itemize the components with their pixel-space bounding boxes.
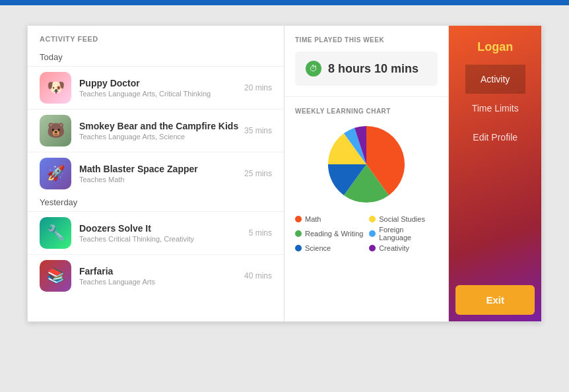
feed-app-name: Math Blaster Space Zapper: [79, 164, 239, 174]
legend-label: Foreign Language: [379, 226, 438, 242]
legend-dot: [295, 230, 302, 237]
exit-button[interactable]: Exit: [455, 285, 535, 315]
app-icon: 🔧: [40, 217, 71, 249]
feed-app-desc: Teaches Critical Thinking, Creativity: [79, 235, 244, 243]
legend-label: Social Studies: [379, 215, 425, 223]
activity-feed-title: ACTIVITY FEED: [28, 26, 284, 49]
feed-app-desc: Teaches Math: [79, 176, 239, 183]
feed-app-name: Smokey Bear and the Campfire Kids: [79, 121, 239, 131]
legend-dot: [295, 245, 302, 251]
legend-item-reading-&-writing: Reading & Writing: [295, 226, 364, 242]
feed-info: Doozers Solve It Teaches Critical Thinki…: [79, 223, 244, 243]
nav-items: ActivityTime LimitsEdit Profile: [465, 65, 525, 152]
feed-app-name: Farfaria: [79, 266, 239, 277]
feed-item[interactable]: 🐻 Smokey Bear and the Campfire Kids Teac…: [28, 109, 284, 152]
chart-title: WEEKLY LEARNING CHART: [295, 108, 438, 115]
activity-feed: ACTIVITY FEED Today 🐶 Puppy Doctor Teach…: [28, 26, 284, 321]
feed-time: 40 mins: [244, 271, 272, 280]
legend-label: Science: [305, 244, 331, 252]
feed-app-desc: Teaches Language Arts, Science: [79, 133, 239, 141]
nav-user-name: Logan: [477, 26, 513, 65]
feed-info: Smokey Bear and the Campfire Kids Teache…: [79, 121, 239, 141]
app-icon: 🐶: [40, 72, 71, 104]
feed-info: Math Blaster Space Zapper Teaches Math: [79, 164, 239, 183]
app-icon: 🚀: [40, 158, 71, 189]
time-played-title: TIME PLAYED THIS WEEK: [295, 36, 438, 44]
nav-item-activity[interactable]: Activity: [465, 65, 525, 94]
app-icon: 📚: [40, 260, 71, 292]
feed-time: 20 mins: [244, 83, 272, 92]
main-panel: ACTIVITY FEED Today 🐶 Puppy Doctor Teach…: [27, 25, 542, 322]
feed-app-desc: Teaches Language Arts, Critical Thinking: [79, 90, 239, 98]
feed-content: Today 🐶 Puppy Doctor Teaches Language Ar…: [28, 49, 284, 297]
legend-label: Math: [305, 215, 321, 223]
legend-item-social-studies: Social Studies: [369, 215, 438, 223]
feed-time: 5 mins: [249, 228, 272, 238]
feed-time: 25 mins: [244, 169, 272, 178]
pie-container: [295, 121, 438, 207]
legend-label: Reading & Writing: [305, 230, 363, 238]
legend-label: Creativity: [379, 244, 409, 252]
nav-sidebar: Logan ActivityTime LimitsEdit Profile Ex…: [449, 26, 541, 321]
outer-container: ACTIVITY FEED Today 🐶 Puppy Doctor Teach…: [0, 5, 569, 392]
legend-item-math: Math: [295, 215, 364, 223]
legend-dot: [369, 245, 376, 251]
feed-item[interactable]: 📚 Farfaria Teaches Language Arts 40 mins: [28, 254, 284, 297]
right-section: TIME PLAYED THIS WEEK ⏱ 8 hours 10 mins …: [284, 26, 449, 321]
feed-app-desc: Teaches Language Arts: [79, 278, 239, 286]
legend-item-foreign-language: Foreign Language: [369, 226, 438, 242]
weekly-chart-box: WEEKLY LEARNING CHART Math Social Studie…: [284, 97, 448, 321]
feed-app-name: Doozers Solve It: [79, 223, 244, 234]
feed-item[interactable]: 🔧 Doozers Solve It Teaches Critical Thin…: [28, 211, 284, 254]
time-display: ⏱ 8 hours 10 mins: [295, 51, 438, 86]
feed-time: 35 mins: [244, 126, 272, 135]
legend-item-creativity: Creativity: [369, 244, 438, 252]
day-label: Today: [28, 49, 284, 66]
nav-item-time-limits[interactable]: Time Limits: [465, 94, 525, 123]
clock-icon: ⏱: [306, 61, 321, 77]
app-icon: 🐻: [40, 115, 71, 147]
feed-info: Puppy Doctor Teaches Language Arts, Crit…: [79, 78, 239, 98]
legend: Math Social Studies Reading & Writing Fo…: [295, 215, 438, 252]
pie-chart: [323, 121, 409, 207]
feed-item[interactable]: 🚀 Math Blaster Space Zapper Teaches Math…: [28, 152, 284, 195]
feed-item[interactable]: 🐶 Puppy Doctor Teaches Language Arts, Cr…: [28, 66, 284, 109]
nav-item-edit-profile[interactable]: Edit Profile: [465, 123, 525, 152]
day-label: Yesterday: [28, 195, 284, 211]
feed-info: Farfaria Teaches Language Arts: [79, 266, 239, 286]
feed-app-name: Puppy Doctor: [79, 78, 239, 88]
legend-dot: [369, 216, 376, 222]
legend-dot: [369, 230, 376, 237]
time-played-box: TIME PLAYED THIS WEEK ⏱ 8 hours 10 mins: [284, 26, 448, 97]
legend-item-science: Science: [295, 244, 364, 252]
legend-dot: [295, 216, 302, 222]
top-bar: [0, 0, 569, 5]
time-value: 8 hours 10 mins: [328, 62, 418, 76]
